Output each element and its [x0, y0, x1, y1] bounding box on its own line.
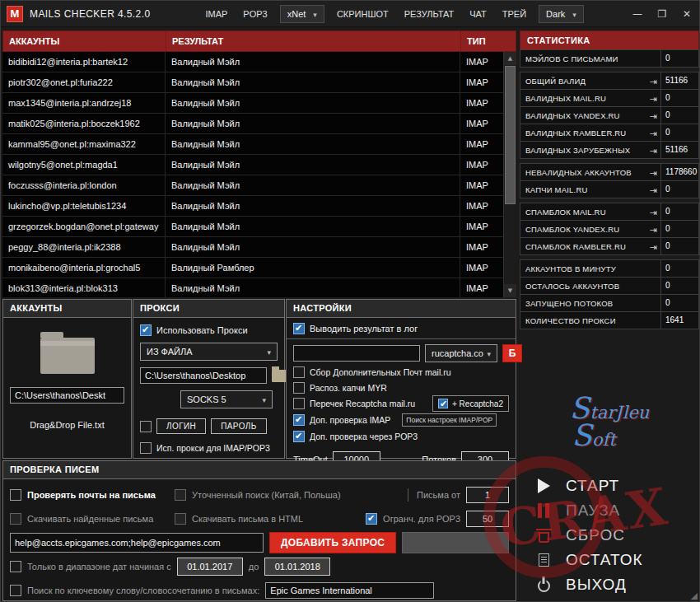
download-html-checkbox[interactable]	[175, 513, 186, 525]
settings-panel-header: НАСТРОЙКИ	[287, 300, 516, 318]
table-row[interactable]: matik025@interia.pl:boczek1962Валидный М…	[2, 114, 516, 134]
stat-row: ВАЛИДНЫХ YANDEX.RU0	[520, 106, 699, 124]
reset-button[interactable]: СБРОС	[525, 523, 694, 547]
start-button[interactable]: СТАРТ	[525, 474, 694, 497]
download-found-checkbox[interactable]	[10, 513, 21, 525]
password-button[interactable]: ПАРОЛЬ	[211, 418, 267, 434]
proxy-file-path-input[interactable]	[140, 367, 267, 384]
table-row[interactable]: kammal95@onet.pl:maxima322Валидный МэйлI…	[2, 134, 516, 155]
recheck-recaptcha-checkbox[interactable]	[293, 398, 305, 409]
log-output-label: Выводить результат в лог	[310, 324, 418, 334]
table-scrollbar[interactable]	[503, 52, 516, 297]
export-icon[interactable]	[646, 73, 660, 88]
table-row[interactable]: bidibidi12@interia.pl:bartek12Валидный М…	[2, 52, 516, 72]
date-to-label: до	[249, 562, 259, 572]
table-row[interactable]: blok313@interia.pl:blok313Валидный МэйлI…	[2, 278, 516, 297]
scrollbar-thumb[interactable]	[505, 66, 516, 204]
keyword-input[interactable]	[265, 582, 434, 599]
statistics-header: СТАТИСТИКА	[520, 30, 699, 50]
table-row[interactable]: monikaibeno@interia.pl:grochal5Валидный …	[2, 258, 516, 278]
divider	[287, 338, 516, 339]
table-row[interactable]: foczusss@interia.pl:londonВалидный МэйлI…	[2, 175, 516, 196]
export-icon[interactable]	[646, 165, 660, 180]
proxy-panel: ПРОКСИ Использовать Прокси ИЗ ФАЙЛА SOCK…	[133, 299, 285, 459]
exit-label: ВЫХОД	[566, 576, 627, 594]
mail-check-panel-header: ПРОВЕРКА ПИСЕМ	[3, 461, 516, 479]
resize-grip[interactable]: ◢	[691, 590, 698, 601]
scroll-down-icon[interactable]	[504, 284, 516, 297]
menu-chat[interactable]: ЧАТ	[462, 1, 494, 27]
table-row[interactable]: lukincho@vp.pl:teletubis1234Валидный Мэй…	[2, 196, 516, 217]
search-query-input[interactable]	[10, 533, 264, 553]
close-button[interactable]: ✕	[674, 1, 699, 26]
result-cell: Валидный Мэйл	[166, 72, 460, 92]
refined-search-checkbox[interactable]	[175, 489, 186, 501]
stat-value: 0	[660, 90, 698, 106]
captcha-key-input[interactable]	[293, 345, 420, 362]
date-from-input[interactable]	[177, 558, 243, 576]
add-query-button[interactable]: ДОБАВИТЬ ЗАПРОС	[269, 532, 396, 553]
column-result[interactable]: РЕЗУЛЬТАТ	[166, 31, 461, 51]
table-row[interactable]: piotr302@onet.pl:furia222Валидный МэйлIM…	[2, 72, 516, 93]
menu-result[interactable]: РЕЗУЛЬТАТ	[397, 1, 461, 27]
column-accounts[interactable]: АККАУНТЫ	[3, 31, 166, 51]
table-row[interactable]: grzegorzek.bogdan@onet.pl:gatewayВалидны…	[2, 217, 516, 237]
stat-row: ОБЩИЙ ВАЛИД51166	[520, 72, 699, 90]
pause-button[interactable]: ПАУЗА	[525, 498, 694, 522]
folder-icon[interactable]	[40, 338, 95, 374]
imap-check-checkbox[interactable]	[293, 414, 305, 426]
export-icon[interactable]	[646, 222, 660, 236]
result-cell: Валидный Мэйл	[166, 93, 460, 113]
table-row[interactable]: wilgotny5@onet.pl:magda1Валидный МэйлIMA…	[2, 155, 516, 175]
use-proxy-checkbox[interactable]	[140, 324, 152, 336]
log-output-checkbox[interactable]	[293, 323, 305, 334]
minimize-button[interactable]: —	[625, 1, 650, 26]
menu-tray[interactable]: ТРЕЙ	[495, 1, 534, 27]
table-row[interactable]: peggy_88@interia.pl:ik2388Валидный МэйлI…	[2, 237, 516, 258]
proxy-for-imap-checkbox[interactable]	[140, 442, 152, 454]
menu-imap[interactable]: IMAP	[198, 1, 235, 27]
theme-select[interactable]: Dark	[539, 5, 584, 23]
collect-mailru-checkbox[interactable]	[293, 366, 305, 378]
stat-value: 0	[660, 124, 698, 141]
remainder-button[interactable]: ОСТАТОК	[525, 548, 694, 572]
menu-screenshot[interactable]: СКРИНШОТ	[329, 1, 396, 27]
date-range-checkbox[interactable]	[10, 561, 21, 572]
pop3-limit-input[interactable]	[466, 511, 509, 527]
scroll-up-icon[interactable]	[504, 52, 516, 65]
pop3-check-checkbox[interactable]	[293, 431, 305, 442]
account-cell: kammal95@onet.pl:maxima322	[2, 134, 166, 154]
accounts-file-path-input[interactable]	[10, 387, 124, 404]
letters-from-input[interactable]	[466, 487, 509, 503]
export-icon[interactable]	[646, 204, 660, 219]
stat-label: ВАЛИДНЫХ RAMBLER.RU	[520, 128, 646, 138]
stat-row: МЭЙЛОВ С ПИСЬМАМИ0	[520, 49, 699, 68]
export-icon[interactable]	[646, 108, 660, 123]
export-icon[interactable]	[646, 142, 660, 157]
download-html-label: Скачивать письма в HTML	[192, 514, 303, 524]
menu-pop3[interactable]: POP3	[236, 1, 274, 27]
keyword-search-checkbox[interactable]	[10, 585, 21, 596]
proxy-auth-checkbox[interactable]	[140, 421, 152, 432]
table-row[interactable]: max1345@interia.pl:andrzej18Валидный Мэй…	[2, 93, 516, 114]
export-icon[interactable]	[646, 91, 660, 105]
export-icon[interactable]	[646, 239, 660, 254]
date-to-input[interactable]	[264, 558, 330, 576]
xnet-select[interactable]: xNet	[280, 5, 324, 23]
column-type[interactable]: ТИП	[461, 31, 516, 51]
captcha-service-select[interactable]: rucaptcha.co	[425, 344, 497, 362]
proxy-type-select[interactable]: SOCKS 5	[180, 390, 273, 408]
stat-row: АККАУНТОВ В МИНУТУ0	[520, 259, 699, 278]
pop3-limit-checkbox[interactable]	[366, 513, 377, 525]
collect-mailru-label: Сбор Дополнительных Почт mail.ru	[310, 367, 451, 377]
export-icon[interactable]	[646, 125, 660, 140]
check-mail-checkbox[interactable]	[10, 489, 21, 501]
stat-value: 0	[660, 203, 698, 220]
maximize-button[interactable]: ❐	[650, 1, 674, 26]
recaptcha2-checkbox[interactable]	[438, 399, 448, 408]
proxy-source-select[interactable]: ИЗ ФАЙЛА	[140, 343, 278, 361]
captcha-myr-checkbox[interactable]	[293, 382, 305, 394]
export-icon[interactable]	[646, 182, 660, 197]
exit-button[interactable]: ВЫХОД	[525, 572, 694, 596]
login-button[interactable]: ЛОГИН	[156, 418, 206, 434]
